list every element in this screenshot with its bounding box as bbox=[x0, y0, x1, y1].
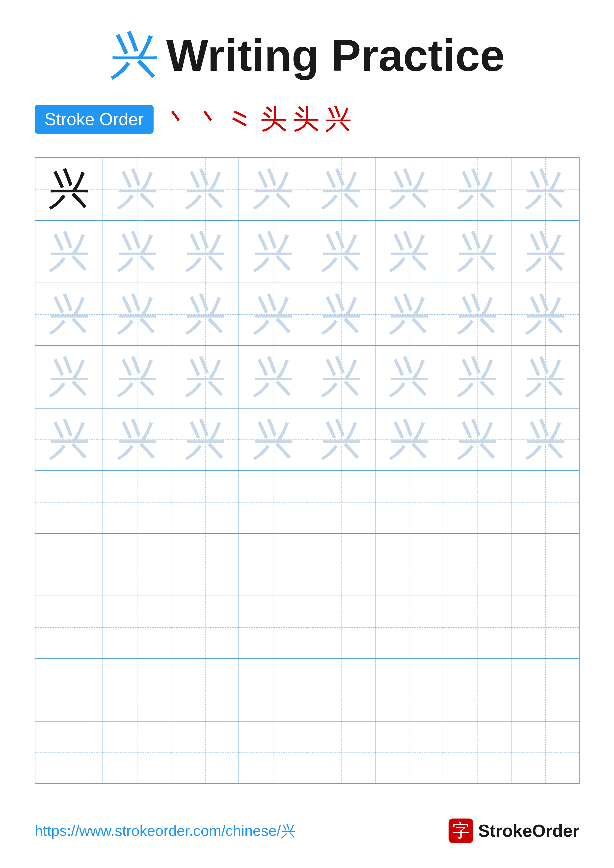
grid-cell[interactable] bbox=[36, 471, 104, 533]
grid-cell[interactable]: 兴 bbox=[36, 221, 104, 282]
grid-cell[interactable] bbox=[171, 659, 239, 721]
grid-cell[interactable]: 兴 bbox=[376, 409, 444, 470]
char-light: 兴 bbox=[320, 356, 362, 398]
grid-cell[interactable]: 兴 bbox=[103, 283, 171, 345]
grid-cell[interactable] bbox=[511, 471, 579, 533]
page: 兴 Writing Practice Stroke Order 丶 丶 ⺀ 头 … bbox=[0, 0, 614, 868]
grid-cell[interactable]: 兴 bbox=[511, 346, 579, 408]
grid-cell[interactable] bbox=[307, 722, 376, 783]
grid-cell[interactable] bbox=[443, 659, 511, 721]
grid-cell[interactable] bbox=[239, 471, 307, 533]
grid-cell[interactable]: 兴 bbox=[36, 283, 104, 345]
grid-cell[interactable]: 兴 bbox=[307, 221, 376, 282]
grid-cell[interactable] bbox=[239, 722, 307, 783]
grid-cell[interactable]: 兴 bbox=[103, 158, 171, 220]
grid-cell[interactable] bbox=[443, 722, 511, 783]
grid-cell[interactable] bbox=[376, 534, 444, 595]
grid-cell[interactable] bbox=[307, 596, 376, 658]
grid-cell[interactable]: 兴 bbox=[443, 158, 511, 220]
grid-cell[interactable]: 兴 bbox=[239, 283, 307, 345]
grid-cell[interactable]: 兴 bbox=[443, 283, 511, 345]
grid-cell[interactable] bbox=[307, 534, 376, 595]
grid-cell[interactable] bbox=[443, 596, 511, 658]
grid-cell[interactable] bbox=[376, 471, 444, 533]
grid-cell[interactable]: 兴 bbox=[239, 346, 307, 408]
grid-cell[interactable] bbox=[171, 722, 239, 783]
grid-cell[interactable]: 兴 bbox=[443, 346, 511, 408]
footer: https://www.strokeorder.com/chinese/兴 字 … bbox=[35, 818, 579, 843]
grid-cell[interactable]: 兴 bbox=[511, 221, 579, 282]
grid-cell[interactable]: 兴 bbox=[443, 221, 511, 282]
grid-cell[interactable] bbox=[511, 722, 579, 783]
char-light: 兴 bbox=[524, 168, 566, 210]
grid-cell[interactable] bbox=[443, 534, 511, 595]
grid-cell[interactable] bbox=[239, 596, 307, 658]
grid-cell[interactable]: 兴 bbox=[103, 409, 171, 470]
grid-cell[interactable]: 兴 bbox=[376, 346, 444, 408]
grid-cell[interactable] bbox=[307, 659, 376, 721]
grid-cell[interactable] bbox=[103, 534, 171, 595]
grid-cell[interactable] bbox=[36, 596, 104, 658]
grid-cell[interactable] bbox=[239, 534, 307, 595]
grid-cell[interactable] bbox=[307, 471, 376, 533]
char-light: 兴 bbox=[388, 231, 430, 273]
grid-cell[interactable] bbox=[103, 659, 171, 721]
grid-cell[interactable] bbox=[36, 534, 104, 595]
grid-cell[interactable]: 兴 bbox=[103, 346, 171, 408]
char-light: 兴 bbox=[116, 231, 158, 273]
grid-cell[interactable]: 兴 bbox=[171, 221, 239, 282]
grid-cell[interactable] bbox=[171, 471, 239, 533]
grid-row: 兴 兴 兴 兴 兴 兴 兴 兴 bbox=[36, 221, 579, 283]
grid-cell[interactable] bbox=[376, 722, 444, 783]
grid-cell[interactable]: 兴 bbox=[376, 158, 444, 220]
stroke-2: 丶 bbox=[196, 101, 223, 138]
grid-cell[interactable]: 兴 bbox=[307, 158, 376, 220]
grid-cell[interactable]: 兴 bbox=[36, 158, 104, 220]
grid-cell[interactable]: 兴 bbox=[511, 409, 579, 470]
char-light: 兴 bbox=[320, 418, 362, 460]
char-light: 兴 bbox=[456, 168, 498, 210]
grid-cell[interactable]: 兴 bbox=[239, 221, 307, 282]
char-dark: 兴 bbox=[48, 168, 90, 210]
grid-cell[interactable]: 兴 bbox=[171, 409, 239, 470]
grid-cell[interactable] bbox=[103, 471, 171, 533]
grid-row-empty bbox=[36, 596, 579, 659]
grid-cell[interactable] bbox=[376, 659, 444, 721]
grid-cell[interactable]: 兴 bbox=[171, 158, 239, 220]
grid-row-empty bbox=[36, 722, 579, 783]
grid-cell[interactable] bbox=[443, 471, 511, 533]
grid-cell[interactable]: 兴 bbox=[307, 346, 376, 408]
grid-cell[interactable]: 兴 bbox=[511, 283, 579, 345]
grid-cell[interactable] bbox=[511, 596, 579, 658]
grid-cell[interactable]: 兴 bbox=[511, 158, 579, 220]
stroke-4: 头 bbox=[260, 101, 287, 138]
grid-cell[interactable] bbox=[103, 722, 171, 783]
grid-cell[interactable] bbox=[171, 534, 239, 595]
grid-cell[interactable]: 兴 bbox=[36, 346, 104, 408]
grid-cell[interactable]: 兴 bbox=[171, 346, 239, 408]
grid-cell[interactable]: 兴 bbox=[307, 283, 376, 345]
grid-cell[interactable]: 兴 bbox=[36, 409, 104, 470]
char-light: 兴 bbox=[388, 293, 430, 335]
char-light: 兴 bbox=[116, 418, 158, 460]
char-light: 兴 bbox=[184, 418, 226, 460]
grid-cell[interactable]: 兴 bbox=[376, 283, 444, 345]
grid-cell[interactable] bbox=[171, 596, 239, 658]
grid-row-empty bbox=[36, 659, 579, 722]
char-light: 兴 bbox=[456, 418, 498, 460]
grid-cell[interactable] bbox=[36, 659, 104, 721]
grid-cell[interactable] bbox=[511, 534, 579, 595]
grid-cell[interactable]: 兴 bbox=[443, 409, 511, 470]
grid-cell[interactable]: 兴 bbox=[171, 283, 239, 345]
grid-cell[interactable] bbox=[376, 596, 444, 658]
grid-cell[interactable] bbox=[239, 659, 307, 721]
grid-cell[interactable]: 兴 bbox=[239, 158, 307, 220]
grid-cell[interactable] bbox=[103, 596, 171, 658]
grid-cell[interactable] bbox=[511, 659, 579, 721]
grid-cell[interactable]: 兴 bbox=[103, 221, 171, 282]
grid-cell[interactable]: 兴 bbox=[307, 409, 376, 470]
grid-cell[interactable]: 兴 bbox=[239, 409, 307, 470]
grid-cell[interactable] bbox=[36, 722, 104, 783]
char-light: 兴 bbox=[456, 231, 498, 273]
grid-cell[interactable]: 兴 bbox=[376, 221, 444, 282]
